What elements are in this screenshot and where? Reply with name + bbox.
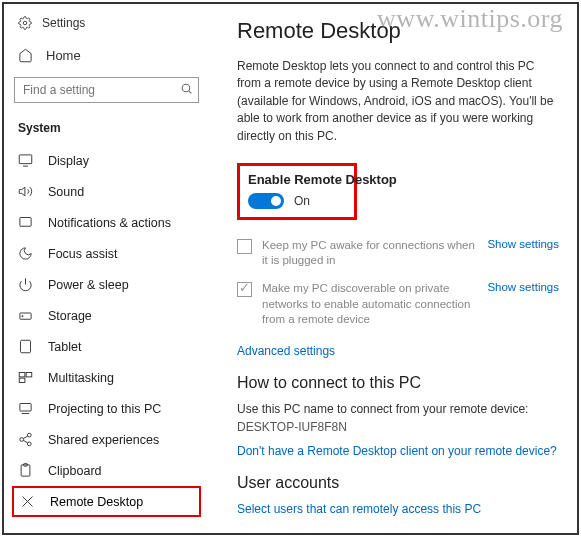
enable-toggle[interactable] xyxy=(248,193,284,209)
sound-icon xyxy=(18,184,34,199)
sidebar-item-label: Remote Desktop xyxy=(50,495,143,509)
sidebar-item-notifications[interactable]: Notifications & actions xyxy=(4,207,209,238)
shared-icon xyxy=(18,432,34,447)
svg-point-0 xyxy=(23,21,27,25)
home-label: Home xyxy=(46,48,81,63)
sidebar-item-tablet[interactable]: Tablet xyxy=(4,331,209,362)
section-title: System xyxy=(4,113,209,145)
svg-line-18 xyxy=(23,436,27,439)
svg-rect-6 xyxy=(20,218,31,227)
no-client-link[interactable]: Don't have a Remote Desktop client on yo… xyxy=(237,444,559,458)
pc-name: DESKTOP-IUF8F8N xyxy=(237,420,559,434)
projecting-icon xyxy=(18,401,34,416)
discoverable-checkbox[interactable] xyxy=(237,282,252,297)
svg-point-9 xyxy=(22,316,23,317)
sidebar-item-label: Clipboard xyxy=(48,464,102,478)
multitasking-icon xyxy=(18,370,34,385)
svg-rect-13 xyxy=(19,378,25,382)
keep-awake-checkbox[interactable] xyxy=(237,239,252,254)
settings-label: Settings xyxy=(42,16,85,30)
sidebar-item-label: Power & sleep xyxy=(48,278,129,292)
connect-title: How to connect to this PC xyxy=(237,374,559,392)
sidebar-item-label: Notifications & actions xyxy=(48,216,171,230)
show-settings-link-2[interactable]: Show settings xyxy=(487,281,559,328)
select-users-link[interactable]: Select users that can remotely access th… xyxy=(237,502,559,516)
svg-rect-12 xyxy=(26,373,32,377)
tablet-icon xyxy=(18,339,34,354)
home-item[interactable]: Home xyxy=(4,40,209,71)
svg-point-16 xyxy=(20,438,24,442)
sidebar: Settings Home System Display Sound Notif… xyxy=(4,4,209,533)
clipboard-icon xyxy=(18,463,34,478)
sidebar-item-label: Display xyxy=(48,154,89,168)
sidebar-item-label: Multitasking xyxy=(48,371,114,385)
discoverable-label: Make my PC discoverable on private netwo… xyxy=(262,281,487,328)
sidebar-item-label: Shared experiences xyxy=(48,433,159,447)
enable-title: Enable Remote Desktop xyxy=(248,172,344,187)
svg-point-17 xyxy=(27,442,31,446)
focus-icon xyxy=(18,246,34,261)
svg-point-1 xyxy=(182,84,190,92)
sidebar-item-clipboard[interactable]: Clipboard xyxy=(4,455,209,486)
svg-rect-14 xyxy=(20,404,31,412)
sidebar-item-sound[interactable]: Sound xyxy=(4,176,209,207)
home-icon xyxy=(18,48,34,63)
notifications-icon xyxy=(18,215,34,230)
svg-line-2 xyxy=(189,91,191,93)
storage-icon xyxy=(18,308,34,323)
display-icon xyxy=(18,153,34,168)
sidebar-item-label: Storage xyxy=(48,309,92,323)
accounts-title: User accounts xyxy=(237,474,559,492)
sidebar-item-projecting[interactable]: Projecting to this PC xyxy=(4,393,209,424)
sidebar-item-label: Tablet xyxy=(48,340,81,354)
search-icon xyxy=(180,82,193,95)
enable-remote-desktop-section: Enable Remote Desktop On xyxy=(237,163,357,220)
toggle-state: On xyxy=(294,194,310,208)
page-title: Remote Desktop xyxy=(237,18,559,44)
show-settings-link-1[interactable]: Show settings xyxy=(487,238,559,269)
page-description: Remote Desktop lets you connect to and c… xyxy=(237,58,559,145)
svg-rect-11 xyxy=(19,373,25,377)
svg-rect-10 xyxy=(21,340,31,353)
remote-desktop-icon xyxy=(20,494,36,509)
connect-description: Use this PC name to connect from your re… xyxy=(237,402,559,416)
content-pane: Remote Desktop Remote Desktop lets you c… xyxy=(209,4,577,533)
settings-header: Settings xyxy=(4,12,209,40)
svg-rect-3 xyxy=(19,155,32,164)
svg-line-19 xyxy=(23,440,27,443)
sidebar-item-shared[interactable]: Shared experiences xyxy=(4,424,209,455)
sidebar-item-label: Projecting to this PC xyxy=(48,402,161,416)
sidebar-item-label: Focus assist xyxy=(48,247,117,261)
svg-marker-5 xyxy=(19,187,25,196)
sidebar-item-multitasking[interactable]: Multitasking xyxy=(4,362,209,393)
search-input[interactable] xyxy=(14,77,199,103)
keep-awake-label: Keep my PC awake for connections when it… xyxy=(262,238,487,269)
sidebar-item-storage[interactable]: Storage xyxy=(4,300,209,331)
sidebar-item-focus[interactable]: Focus assist xyxy=(4,238,209,269)
advanced-settings-link[interactable]: Advanced settings xyxy=(237,344,559,358)
sidebar-item-power[interactable]: Power & sleep xyxy=(4,269,209,300)
svg-point-15 xyxy=(27,433,31,437)
sidebar-item-display[interactable]: Display xyxy=(4,145,209,176)
power-icon xyxy=(18,277,34,292)
search-container xyxy=(14,77,199,103)
sidebar-item-remote-desktop[interactable]: Remote Desktop xyxy=(12,486,201,517)
sidebar-item-label: Sound xyxy=(48,185,84,199)
settings-icon xyxy=(18,16,32,30)
